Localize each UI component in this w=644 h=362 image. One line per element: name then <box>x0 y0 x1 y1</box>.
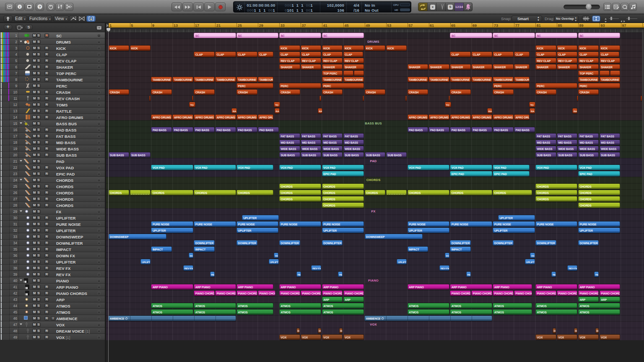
svg-text:i: i <box>19 5 20 9</box>
svg-text:?: ? <box>39 5 41 9</box>
